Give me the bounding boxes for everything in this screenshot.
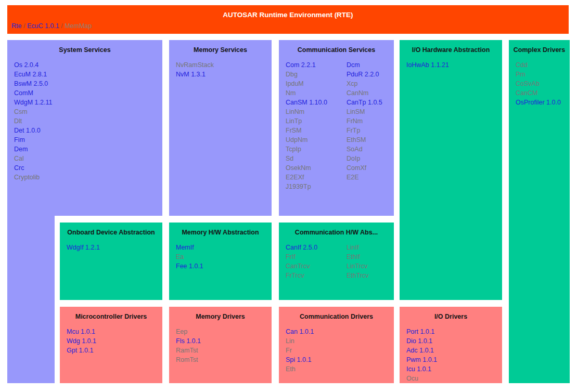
rte-header-bar: AUTOSAR Runtime Environment (RTE) Rte / … xyxy=(7,5,569,34)
module-j1939tp: J1939Tp xyxy=(286,182,347,191)
module-port-1-0-1[interactable]: Port 1.0.1 xyxy=(406,327,499,336)
block-title-io-drivers: I/O Drivers xyxy=(400,307,502,320)
module-tcpip: TcpIp xyxy=(286,145,347,154)
module-dlt: Dlt xyxy=(14,116,159,126)
module-e2exf: E2EXf xyxy=(286,173,347,182)
module-lintp: LinTp xyxy=(286,116,347,126)
block-communication-services: Communication Services Com 2.2.1DbgIpduM… xyxy=(279,40,394,216)
module-ea: Ea xyxy=(176,252,268,262)
block-title-onboard-device-abstraction: Onboard Device Abstraction xyxy=(60,223,162,236)
breadcrumb-separator: / xyxy=(59,22,65,30)
module-oseknm: OsekNm xyxy=(286,163,347,173)
autosar-architecture-diagram: AUTOSAR Runtime Environment (RTE) Rte / … xyxy=(0,0,577,392)
block-title-memory-services: Memory Services xyxy=(169,40,272,54)
breadcrumb: Rte / EcuC 1.0.1 / MemMap xyxy=(11,22,92,30)
block-complex-drivers: Complex Drivers CddPmCoSvAbCanCMOsProfil… xyxy=(509,40,570,383)
module-gpt-1-0-1[interactable]: Gpt 1.0.1 xyxy=(67,346,159,355)
module-bswm-2-5-0[interactable]: BswM 2.5.0 xyxy=(14,79,159,88)
module-fee-1-0-1[interactable]: Fee 1.0.1 xyxy=(176,262,268,271)
block-communication-drivers: Communication Drivers Can 1.0.1LinFrSpi … xyxy=(279,307,394,383)
module-com-2-2-1[interactable]: Com 2.2.1 xyxy=(286,60,347,70)
module-frtrcv: FrTrcv xyxy=(286,271,347,280)
module-cdd: Cdd xyxy=(516,60,567,70)
module-wdgm-1-2-11[interactable]: WdgM 1.2.11 xyxy=(14,98,159,107)
module-canif-2-5-0[interactable]: CanIf 2.5.0 xyxy=(286,243,347,252)
module-eep: Eep xyxy=(176,327,268,336)
module-mcu-1-0-1[interactable]: Mcu 1.0.1 xyxy=(67,327,159,336)
block-title-system-services: System Services xyxy=(7,40,162,54)
module-ecum-2-8-1[interactable]: EcuM 2.8.1 xyxy=(14,70,159,79)
block-title-communication-hw-abstraction: Communication H/W Abs... xyxy=(279,223,394,236)
block-title-communication-drivers: Communication Drivers xyxy=(279,307,394,320)
module-romtst: RomTst xyxy=(176,355,268,364)
block-title-memory-drivers: Memory Drivers xyxy=(169,307,272,320)
module-cal: Cal xyxy=(14,154,159,163)
module-cansm-1-10-0[interactable]: CanSM 1.10.0 xyxy=(286,98,347,107)
module-dio-1-0-1[interactable]: Dio 1.0.1 xyxy=(406,336,499,346)
module-iohwab-1-1-21[interactable]: IoHwAb 1.1.21 xyxy=(406,60,499,70)
module-udpnm: UdpNm xyxy=(286,135,347,145)
block-title-communication-services: Communication Services xyxy=(279,40,394,54)
module-dbg: Dbg xyxy=(286,70,347,79)
module-det-1-0-0[interactable]: Det 1.0.0 xyxy=(14,126,159,135)
module-ipdum: IpduM xyxy=(286,79,347,88)
block-title-memory-hw-abstraction: Memory H/W Abstraction xyxy=(169,223,272,236)
module-dem[interactable]: Dem xyxy=(14,145,159,154)
module-can-1-0-1[interactable]: Can 1.0.1 xyxy=(286,327,391,336)
breadcrumb-memmap: MemMap xyxy=(65,22,92,30)
module-linif: LinIf xyxy=(347,243,391,252)
module-fls-1-0-1[interactable]: Fls 1.0.1 xyxy=(176,336,268,346)
module-soad: SoAd xyxy=(347,145,391,154)
breadcrumb-rte[interactable]: Rte xyxy=(11,22,21,30)
module-cantrcv: CanTrcv xyxy=(286,262,347,271)
module-nvm-1-3-1[interactable]: NvM 1.3.1 xyxy=(176,70,268,79)
block-system-services: System Services Os 2.0.4EcuM 2.8.1BswM 2… xyxy=(7,40,162,216)
module-ethsm: EthSM xyxy=(347,135,391,145)
block-onboard-device-abstraction: Onboard Device Abstraction WdgIf 1.2.1 xyxy=(60,223,162,300)
block-title-microcontroller-drivers: Microcontroller Drivers xyxy=(60,307,162,320)
module-wdg-1-0-1[interactable]: Wdg 1.0.1 xyxy=(67,336,159,346)
module-sd: Sd xyxy=(286,154,347,163)
breadcrumb-ecuc-1-0-1[interactable]: EcuC 1.0.1 xyxy=(27,22,59,30)
module-linsm: LinSM xyxy=(347,107,391,116)
module-frif: FrIf xyxy=(286,252,347,262)
module-xcp: Xcp xyxy=(347,79,391,88)
module-cryptolib: Cryptolib xyxy=(14,173,159,182)
module-memif[interactable]: MemIf xyxy=(176,243,268,252)
module-frnm: FrNm xyxy=(347,116,391,126)
module-frsm: FrSM xyxy=(286,126,347,135)
module-osprofiler-1-0-0[interactable]: OsProfiler 1.0.0 xyxy=(516,98,567,107)
block-io-hardware-abstraction: I/O Hardware Abstraction IoHwAb 1.1.21 xyxy=(400,40,502,300)
module-adc-1-0-1[interactable]: Adc 1.0.1 xyxy=(406,346,499,355)
module-e2e: E2E xyxy=(347,173,391,182)
module-cantp-1-0-5[interactable]: CanTp 1.0.5 xyxy=(347,98,391,107)
module-cosvab: CoSvAb xyxy=(516,79,567,88)
module-ethif: EthIf xyxy=(347,252,391,262)
module-pwm-1-0-1[interactable]: Pwm 1.0.1 xyxy=(406,355,499,364)
module-fim[interactable]: Fim xyxy=(14,135,159,145)
module-lintrcv: LinTrcv xyxy=(347,262,391,271)
block-memory-drivers: Memory Drivers EepFls 1.0.1RamTstRomTst xyxy=(169,307,272,383)
module-crc[interactable]: Crc xyxy=(14,163,159,173)
module-dcm[interactable]: Dcm xyxy=(347,60,391,70)
module-linnm: LinNm xyxy=(286,107,347,116)
module-comm[interactable]: ComM xyxy=(14,88,159,98)
breadcrumb-separator: / xyxy=(21,22,27,30)
module-comxf: ComXf xyxy=(347,163,391,173)
block-memory-hw-abstraction: Memory H/W Abstraction MemIfEaFee 1.0.1 xyxy=(169,223,272,300)
module-wdgif-1-2-1[interactable]: WdgIf 1.2.1 xyxy=(67,243,159,252)
module-nm: Nm xyxy=(286,88,347,98)
module-frtp: FrTp xyxy=(347,126,391,135)
block-io-drivers: I/O Drivers Port 1.0.1Dio 1.0.1Adc 1.0.1… xyxy=(400,307,502,383)
module-ramtst: RamTst xyxy=(176,346,268,355)
module-spi-1-0-1[interactable]: Spi 1.0.1 xyxy=(286,355,391,364)
module-pdur-2-2-0[interactable]: PduR 2.2.0 xyxy=(347,70,391,79)
module-icu-1-0-1[interactable]: Icu 1.0.1 xyxy=(406,364,499,374)
block-memory-services: Memory Services NvRamStackNvM 1.3.1 xyxy=(169,40,272,216)
module-fr: Fr xyxy=(286,346,391,355)
module-doip: DoIp xyxy=(347,154,391,163)
page-title: AUTOSAR Runtime Environment (RTE) xyxy=(7,11,569,19)
module-ocu: Ocu xyxy=(406,374,499,383)
module-ethtrcv: EthTrcv xyxy=(347,271,391,280)
module-os-2-0-4[interactable]: Os 2.0.4 xyxy=(14,60,159,70)
